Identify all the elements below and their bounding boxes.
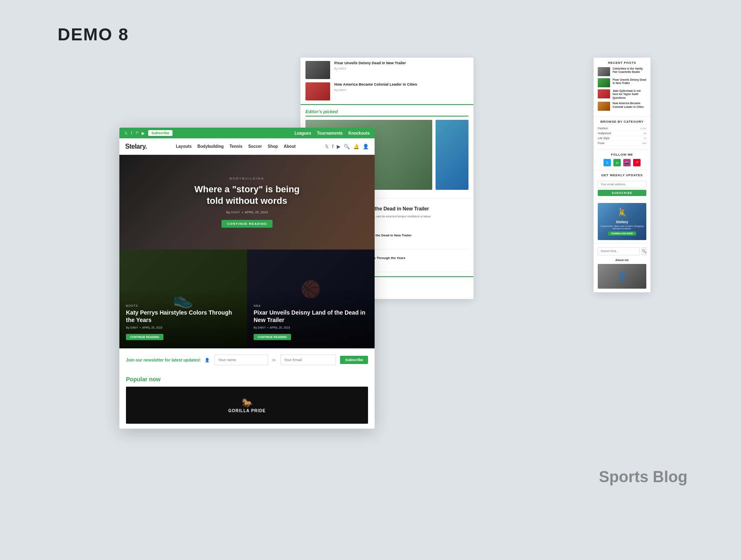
card-left-title: Katy Perrys Hairstyles Colors Through th… — [126, 309, 240, 324]
shop-nav-link[interactable]: Shop — [268, 144, 278, 149]
main-nav: Stelary. Layouts Bodybuilding Tennis Soc… — [119, 138, 375, 155]
recent-thumb-3 — [598, 89, 610, 98]
newsletter-bar: Join our newsletter for latest updates! … — [119, 348, 375, 371]
search-input[interactable] — [598, 247, 640, 255]
category-count-fashion: 4,201 — [640, 127, 646, 130]
editors-side-image — [436, 120, 468, 190]
top-article-info-2: How America Became Colonial Leader in Ci… — [334, 82, 468, 100]
follow-section: Follow me 𝕏 G 📷 𝓟 — [594, 149, 650, 170]
recent-posts-section: Recent posts Celebrities in the Vanity F… — [594, 58, 650, 117]
card-left-cta[interactable]: CONTINUE READING — [126, 334, 163, 340]
tennis-nav-link[interactable]: Tennis — [229, 144, 242, 149]
category-fashion[interactable]: Fashion 4,201 — [598, 126, 646, 131]
facebook-icon[interactable]: f — [131, 131, 132, 135]
tournaments-link[interactable]: Tournaments — [317, 131, 343, 135]
follow-title: Follow me — [598, 153, 646, 156]
recent-title-4[interactable]: How America Became Colonial Leader in Ci… — [613, 102, 646, 109]
about-nav-link[interactable]: About — [284, 144, 296, 149]
recent-post-4: How America Became Colonial Leader in Ci… — [598, 102, 646, 111]
newsletter-subscribe-button[interactable]: Subscribe — [340, 356, 368, 364]
editors-picked-header: Editor's picked — [305, 109, 468, 117]
main-browser: 𝕏 f 𝓟 ▶ Subscribe Leagues Tournaments Kn… — [119, 128, 375, 429]
editors-pool-image — [436, 120, 468, 190]
social-facebook-icon[interactable]: f — [332, 144, 333, 149]
bell-icon[interactable]: 🔔 — [353, 144, 359, 149]
category-count-lifestyle: 71 — [643, 137, 646, 140]
recent-title-1[interactable]: Celebrities in the Vanity Fair Coachella… — [613, 67, 646, 74]
search-icon[interactable]: 🔍 — [344, 144, 350, 149]
recent-thumb-4 — [598, 102, 610, 111]
newsletter-text: Join our newsletter for latest updates! — [126, 358, 200, 362]
panels-wrapper: 𝕏 f 𝓟 ▶ Subscribe Leagues Tournaments Kn… — [58, 58, 687, 548]
site-logo[interactable]: Stelary. — [125, 143, 147, 150]
follow-instagram-icon[interactable]: 📷 — [623, 159, 631, 166]
social-twitter-icon[interactable]: 𝕏 — [325, 144, 329, 149]
top-bar: 𝕏 f 𝓟 ▶ Subscribe Leagues Tournaments Kn… — [119, 128, 375, 138]
recent-post-1: Celebrities in the Vanity Fair Coachella… — [598, 67, 646, 76]
category-name-hollywood: Hollywood — [598, 132, 611, 135]
ad-download-button[interactable]: DOWNLOAD NOW — [608, 231, 636, 236]
popular-main-image: 🐎 GORILLA PRIDE — [126, 387, 368, 424]
layouts-nav-link[interactable]: Layouts — [176, 144, 191, 149]
follow-google-icon[interactable]: G — [613, 159, 621, 166]
soccer-nav-link[interactable]: Soccer — [248, 144, 262, 149]
top-article-1: Pixar Unveils Deisny Dead in New Trailer… — [305, 61, 468, 82]
popular-grid: 🐎 GORILLA PRIDE — [126, 387, 368, 424]
subscribe-button[interactable]: SUBSCRIBE — [598, 190, 646, 196]
hero-category-tag: BODYBUILDING — [194, 177, 300, 180]
knockouts-link[interactable]: Knockouts — [348, 131, 370, 135]
recent-posts-title: Recent posts — [598, 61, 646, 65]
card-right-tag: NBA — [254, 304, 368, 307]
card-left-meta: By DANY • APRIL 25, 2023 — [126, 326, 240, 329]
pinterest-icon[interactable]: 𝓟 — [135, 131, 138, 135]
search-button[interactable]: 🔍 — [641, 247, 647, 255]
recent-thumb-2 — [598, 78, 610, 87]
newsletter-email-input[interactable] — [280, 355, 336, 365]
popular-logo-overlay: 🐎 GORILLA PRIDE — [126, 387, 368, 424]
newsletter-name-input[interactable] — [214, 355, 268, 365]
top-articles-header: Pixar Unveils Deisny Dead in New Trailer… — [301, 58, 473, 104]
ad-title: Stelary — [616, 220, 628, 224]
bodybuilding-nav-link[interactable]: Bodybuilding — [198, 144, 224, 149]
subscribe-email-input[interactable] — [598, 181, 646, 188]
card-right-title: Pixar Unveils Deisny Land of the Dead in… — [254, 309, 368, 324]
card-right-content: NBA Pixar Unveils Deisny Land of the Dea… — [254, 304, 368, 340]
category-name-food: Food — [598, 142, 604, 145]
social-icons-row: 𝕏 G 📷 𝓟 — [598, 159, 646, 166]
hero-meta: By DANY • APRIL 25, 2023 — [194, 210, 300, 214]
about-title: About me — [598, 259, 646, 261]
top-article-2: How America Became Colonial Leader in Ci… — [305, 82, 468, 100]
top-subscribe-button[interactable]: Subscribe — [148, 130, 173, 136]
about-image: 👤 — [598, 264, 646, 289]
social-youtube-icon[interactable]: ▶ — [337, 144, 340, 149]
category-hollywood[interactable]: Hollywood 98 — [598, 131, 646, 136]
categories-section: Browse by Category Fashion 4,201 Hollywo… — [594, 117, 650, 149]
nav-icons: 𝕏 f ▶ 🔍 🔔 👤 — [325, 144, 369, 149]
search-row: 🔍 — [598, 247, 646, 255]
recent-title-2[interactable]: Pixar Unveils Deisny Dead in New Trailer — [613, 78, 646, 85]
youtube-icon[interactable]: ▶ — [142, 131, 145, 135]
card-right-meta: By DANY • APRIL 25, 2023 — [254, 326, 368, 329]
category-food[interactable]: Food 680 — [598, 141, 646, 146]
card-right-cta[interactable]: CONTINUE READING — [254, 334, 291, 340]
user-icon[interactable]: 👤 — [363, 144, 369, 149]
top-article-title-2: How America Became Colonial Leader in Ci… — [334, 82, 468, 87]
category-count-hollywood: 98 — [643, 132, 646, 135]
cards-row: 👟 BOOTS Katy Perrys Hairstyles Colors Th… — [119, 250, 375, 348]
category-lifestyle[interactable]: Life Style 71 — [598, 136, 646, 141]
recent-title-3[interactable]: Jake Gyllenhaal is not here for Taylor S… — [613, 89, 646, 100]
subscribe-section-title: Get weekly updates — [598, 173, 646, 177]
follow-twitter-icon[interactable]: 𝕏 — [604, 159, 611, 166]
top-article-meta-2: By DANY — [334, 89, 468, 91]
category-name-fashion: Fashion — [598, 127, 608, 130]
leagues-link[interactable]: Leagues — [294, 131, 311, 135]
hero-content: BODYBUILDING Where a "story" is beingtol… — [194, 177, 300, 228]
top-article-title-1: Pixar Unveils Deisny Dead in New Trailer — [334, 61, 468, 66]
recent-post-2: Pixar Unveils Deisny Dead in New Trailer — [598, 78, 646, 87]
follow-pinterest-icon[interactable]: 𝓟 — [633, 159, 641, 166]
twitter-icon[interactable]: 𝕏 — [124, 131, 128, 135]
hero-cta-button[interactable]: CONTINUE READING — [221, 220, 273, 228]
card-left-tag: BOOTS — [126, 304, 240, 307]
subscribe-section: Get weekly updates SUBSCRIBE — [594, 170, 650, 200]
hero-title: Where a "story" is beingtold without wor… — [194, 184, 300, 206]
